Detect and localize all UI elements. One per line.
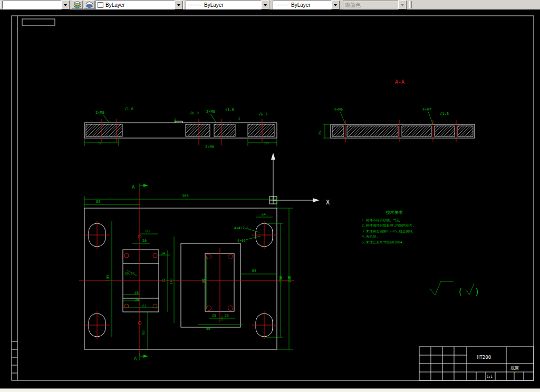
dim-label: 190 xyxy=(279,276,283,282)
dim-label: 146 xyxy=(169,278,173,285)
material-label: HT200 xyxy=(477,355,491,360)
notes-title: 技术要求 xyxy=(385,210,403,215)
chevron-down-icon xyxy=(177,4,180,8)
layer-previous-button[interactable] xyxy=(84,1,95,9)
note-line: 5.未注公差尺寸按GB1804. xyxy=(362,240,404,244)
layers-blue-icon xyxy=(85,1,93,8)
dim-label: 80 xyxy=(201,279,206,283)
dim-label: A xyxy=(132,184,135,190)
make-object-layer-current-button[interactable] xyxy=(72,1,83,9)
dim-label: 2×M8 xyxy=(206,110,215,114)
dim-label: 20 xyxy=(142,239,147,243)
dim-label: 64 xyxy=(262,212,266,217)
dim-label: √0.8 xyxy=(190,111,199,115)
note-line: 2.铸件须经时效处理,消除内应力. xyxy=(362,223,414,228)
linetype-sample-icon xyxy=(188,5,201,5)
color-combo[interactable]: ByLayer xyxy=(95,1,184,9)
dim-label: 85 xyxy=(96,200,100,204)
dim-label: 23 xyxy=(318,131,322,135)
dim-label: 34 xyxy=(161,251,165,256)
color-combo-value: ByLayer xyxy=(105,2,125,8)
color-swatch xyxy=(98,2,103,8)
dim-label: 4×Φ17.5 xyxy=(234,226,248,230)
autocad-window: ByLayer ByLayer ByLayer 随颜色 xyxy=(0,0,540,392)
dim-label: 61 xyxy=(142,304,147,308)
dim-label: ( xyxy=(458,287,463,297)
layer-combo[interactable] xyxy=(3,1,70,9)
dim-label: 50 xyxy=(264,141,268,145)
dim-label: √1.6 xyxy=(440,112,449,116)
dim-label: 20 xyxy=(135,298,139,302)
dim-label: 30.5° xyxy=(124,271,135,276)
dim-label: 25 xyxy=(212,313,216,318)
dim-label: 2×M8 xyxy=(95,111,104,115)
dim-label: 50 xyxy=(98,141,102,145)
dim-label: 4×Φ9 xyxy=(237,239,246,243)
dim-label: A-A xyxy=(395,79,404,85)
dim-label: 195 xyxy=(106,275,110,281)
dim-label: 2 xyxy=(174,117,176,121)
dim-label: 40 xyxy=(134,291,139,295)
dim-label: 25 xyxy=(225,313,229,318)
plotstyle-combo-value: 随颜色 xyxy=(343,1,398,9)
toolbar-grip[interactable] xyxy=(409,1,412,8)
dim-label: ) xyxy=(475,287,480,297)
layers-icon xyxy=(73,1,81,8)
layer-combo-arrow[interactable] xyxy=(61,1,70,9)
dim-label: A xyxy=(134,356,137,361)
note-line: 4.去毛刺. xyxy=(362,234,378,239)
dim-label: 4×Φ7 xyxy=(422,107,431,112)
dim-label: 90 xyxy=(206,327,210,331)
section-view-top xyxy=(84,114,277,146)
linetype-combo-value: ByLayer xyxy=(204,2,224,8)
dim-label: 2 xyxy=(238,116,240,120)
scale-label: 1:1 xyxy=(487,375,493,378)
dim-label: √1.6 xyxy=(124,107,133,111)
surface-finish-symbols xyxy=(430,281,474,295)
plan-view xyxy=(79,183,294,360)
dim-label: √1.6 xyxy=(225,107,234,112)
dim-label: 230 xyxy=(287,276,292,282)
color-combo-arrow[interactable] xyxy=(175,1,183,9)
command-line-strip[interactable] xyxy=(0,388,540,392)
lineweight-combo-value: ByLayer xyxy=(291,2,311,8)
title-block xyxy=(419,347,534,380)
chevron-down-icon xyxy=(334,4,337,8)
chevron-down-icon xyxy=(264,4,267,8)
object-properties-toolbar: ByLayer ByLayer ByLayer 随颜色 xyxy=(0,0,540,9)
plotstyle-combo-arrow xyxy=(398,1,407,9)
note-line: 1.铸件不得有砂眼、气孔. xyxy=(362,218,402,222)
chevron-down-icon xyxy=(64,4,67,8)
note-line: 3.未注铸造圆角R3~R5,锐边倒钝. xyxy=(362,229,414,233)
plotstyle-combo: 随颜色 xyxy=(343,1,407,9)
drawing-viewport[interactable]: 2×M8√1.62√0.82×M8√1.62√6.3502×M850A-A4×M… xyxy=(0,9,540,388)
dim-label: X xyxy=(326,199,330,206)
dim-label: 2×M8 xyxy=(205,145,214,149)
dim-label: 83 xyxy=(141,330,146,335)
section-view-aa xyxy=(323,112,475,142)
lineweight-sample-icon xyxy=(275,5,288,5)
part-name-label: 底座 xyxy=(510,366,519,370)
dim-label: 83 xyxy=(146,229,150,233)
linetype-combo-arrow[interactable] xyxy=(261,1,269,9)
chevron-down-icon xyxy=(401,4,404,8)
dim-label: 72 xyxy=(162,278,166,282)
dim-label: √6.3 xyxy=(258,112,267,116)
layer-combo-value xyxy=(3,1,61,9)
lineweight-combo-arrow[interactable] xyxy=(331,1,340,9)
lineweight-combo[interactable]: ByLayer xyxy=(273,1,340,9)
dim-label: 300 xyxy=(182,194,189,198)
dim-label: 4×M6 xyxy=(334,107,343,112)
drawing-area[interactable]: 2×M8√1.62√0.82×M8√1.62√6.3502×M850A-A4×M… xyxy=(0,9,540,388)
dim-label: 64 xyxy=(252,269,256,273)
linetype-combo[interactable]: ByLayer xyxy=(186,1,270,9)
